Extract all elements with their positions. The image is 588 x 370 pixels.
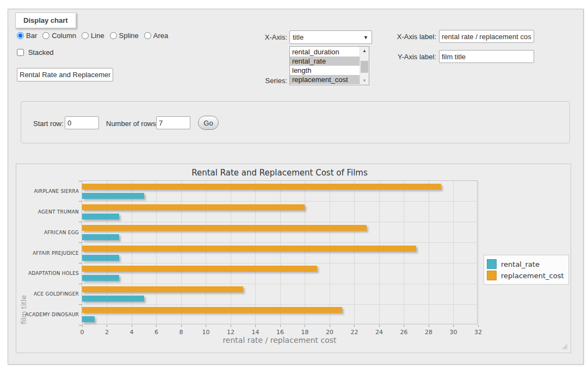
stacked-row: Stacked bbox=[17, 48, 54, 57]
grid-line-vertical bbox=[379, 181, 380, 324]
grid-line-vertical bbox=[181, 181, 182, 324]
fieldset-legend: Display chart bbox=[15, 12, 76, 28]
y-axis-tick-mark bbox=[79, 284, 82, 284]
grid-line-vertical bbox=[354, 181, 355, 324]
grid-line-horizontal bbox=[82, 242, 477, 243]
plot-area: 02468101214161820222426283032AIRPLANE SI… bbox=[82, 180, 478, 324]
bar-rental_rate[interactable] bbox=[82, 214, 119, 220]
bar-rental_rate[interactable] bbox=[82, 234, 119, 240]
grid-line-vertical bbox=[478, 181, 479, 324]
bar-replacement_cost[interactable] bbox=[82, 307, 342, 313]
resize-grip-icon[interactable] bbox=[562, 344, 567, 349]
bar-rental_rate[interactable] bbox=[82, 193, 144, 199]
radio-label-area[interactable]: Area bbox=[153, 32, 168, 40]
series-option-rental_rate[interactable]: rental_rate bbox=[290, 57, 360, 66]
radio-option-column[interactable]: Column bbox=[42, 32, 76, 40]
stacked-option[interactable]: Stacked bbox=[17, 48, 54, 57]
y-axis-tick-mark bbox=[79, 325, 82, 325]
legend-label-replacement_cost: replacement_cost bbox=[501, 272, 564, 280]
category-label: AFRICAN EGG bbox=[19, 230, 79, 235]
x-axis-tick-mark bbox=[305, 325, 305, 327]
scroll-down-arrow-icon[interactable]: ▼ bbox=[360, 77, 369, 85]
x-axis-tick-label: 28 bbox=[418, 329, 440, 336]
x-axis-select[interactable]: title ▼ bbox=[289, 30, 372, 44]
radio-label-line[interactable]: Line bbox=[91, 32, 104, 40]
x-axis-tick-mark bbox=[354, 325, 355, 327]
y-axis-tick-mark bbox=[79, 201, 82, 202]
series-listbox[interactable]: rental_durationrental_ratelengthreplacem… bbox=[289, 46, 369, 85]
grid-line-vertical bbox=[107, 181, 107, 324]
start-row-input[interactable] bbox=[65, 116, 99, 129]
bar-replacement_cost[interactable] bbox=[82, 246, 416, 252]
chart-title: Rental Rate and Replacement Cost of Film… bbox=[82, 168, 478, 178]
go-button[interactable]: Go bbox=[198, 116, 219, 130]
y-axis-tick-mark bbox=[79, 181, 82, 181]
x-axis-tick-mark bbox=[429, 325, 429, 327]
grid-line-vertical bbox=[132, 181, 132, 324]
stacked-label[interactable]: Stacked bbox=[28, 48, 54, 57]
x-axis-tick-label: 24 bbox=[368, 329, 390, 336]
series-option-rental_duration[interactable]: rental_duration bbox=[290, 47, 360, 57]
radio-option-area[interactable]: Area bbox=[144, 32, 168, 40]
series-scrollbar[interactable]: ▲ ▼ bbox=[360, 47, 369, 85]
x-axis-tick-label: 8 bbox=[170, 329, 192, 336]
bar-replacement_cost[interactable] bbox=[82, 184, 441, 190]
x-axis-tick-label: 14 bbox=[245, 329, 267, 336]
radio-spline[interactable] bbox=[110, 32, 117, 39]
x-axis-title-input[interactable] bbox=[439, 30, 534, 43]
grid-line-horizontal bbox=[82, 263, 477, 264]
radio-line[interactable] bbox=[82, 32, 89, 39]
scroll-up-arrow-icon[interactable]: ▲ bbox=[360, 47, 369, 55]
x-axis-tick-label: 18 bbox=[294, 329, 316, 336]
y-axis-tick-mark bbox=[79, 242, 82, 243]
dropdown-arrow-icon: ▼ bbox=[363, 35, 368, 40]
series-option-length[interactable]: length bbox=[290, 66, 360, 75]
x-axis-tick-mark bbox=[280, 325, 281, 327]
x-axis-tick-mark bbox=[404, 325, 404, 327]
x-axis-title-label-text: X-Axis label: bbox=[381, 33, 436, 41]
x-axis-tick-mark bbox=[206, 325, 206, 327]
legend-label-rental_rate: rental_rate bbox=[501, 260, 540, 268]
y-axis-tick-mark bbox=[79, 263, 82, 264]
bar-replacement_cost[interactable] bbox=[82, 225, 367, 231]
bar-rental_rate[interactable] bbox=[82, 255, 119, 261]
x-axis-tick-label: 20 bbox=[319, 329, 341, 336]
radio-label-spline[interactable]: Spline bbox=[119, 32, 139, 40]
bar-replacement_cost[interactable] bbox=[82, 204, 305, 210]
chart-container: Rental Rate and Replacement Cost of Film… bbox=[16, 164, 571, 353]
radio-label-bar[interactable]: Bar bbox=[26, 32, 37, 40]
x-axis-tick-label: 30 bbox=[443, 329, 465, 336]
chart-legend: rental_ratereplacement_cost bbox=[484, 255, 569, 285]
chart-title-input[interactable] bbox=[17, 68, 113, 81]
grid-line-horizontal bbox=[82, 222, 477, 222]
chart-type-radios: BarColumnLineSplineArea bbox=[17, 32, 174, 40]
bar-rental_rate[interactable] bbox=[82, 296, 144, 302]
y-axis-tick-mark bbox=[79, 222, 82, 222]
radio-bar[interactable] bbox=[17, 32, 24, 39]
x-axis-selected-value: title bbox=[293, 33, 304, 41]
radio-option-spline[interactable]: Spline bbox=[110, 32, 139, 40]
grid-line-vertical bbox=[429, 181, 429, 324]
x-axis-tick-label: 0 bbox=[71, 329, 93, 336]
display-chart-fieldset: Display chart BarColumnLineSplineArea St… bbox=[8, 9, 584, 365]
stacked-checkbox[interactable] bbox=[17, 49, 24, 56]
series-option-replacement_cost[interactable]: replacement_cost bbox=[290, 75, 360, 84]
x-axis-tick-mark bbox=[453, 325, 454, 327]
radio-option-line[interactable]: Line bbox=[82, 32, 104, 40]
radio-area[interactable] bbox=[144, 32, 151, 39]
radio-column[interactable] bbox=[42, 32, 49, 39]
bar-replacement_cost[interactable] bbox=[82, 286, 243, 292]
page: Display chart BarColumnLineSplineArea St… bbox=[0, 0, 588, 370]
radio-label-column[interactable]: Column bbox=[52, 32, 76, 40]
scroll-thumb[interactable] bbox=[361, 61, 368, 73]
grid-line-horizontal bbox=[82, 304, 477, 305]
bar-rental_rate[interactable] bbox=[82, 275, 119, 281]
category-label: AIRPLANE SIERRA bbox=[19, 189, 79, 194]
bar-replacement_cost[interactable] bbox=[82, 266, 317, 272]
category-label: AFFAIR PREJUDICE bbox=[19, 250, 79, 256]
num-rows-input[interactable] bbox=[156, 116, 190, 129]
y-axis-tick-mark bbox=[79, 304, 82, 305]
radio-option-bar[interactable]: Bar bbox=[17, 32, 37, 40]
bar-rental_rate[interactable] bbox=[82, 316, 95, 322]
y-axis-title-input[interactable] bbox=[439, 50, 534, 63]
